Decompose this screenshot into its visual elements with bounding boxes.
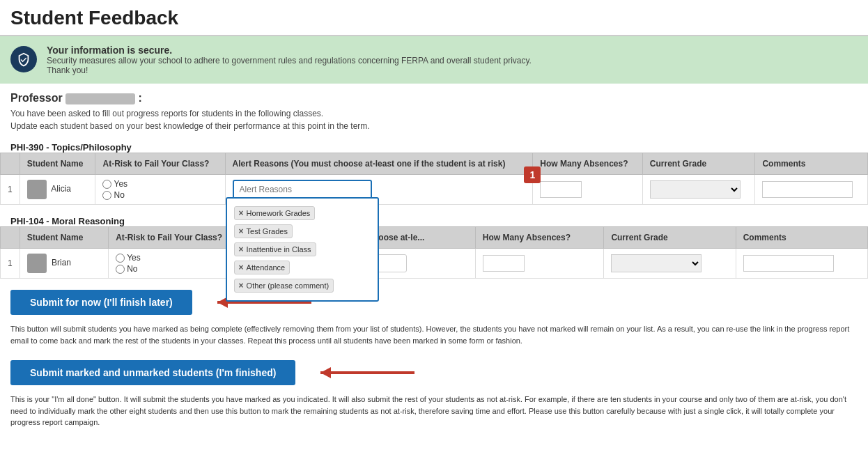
alert-input-1[interactable] [233, 180, 372, 199]
alert-cell-1: 1 × Homework Grades × Test Grades × Inat… [225, 175, 533, 205]
col-comments-1: Comments [755, 153, 868, 175]
student-num-1: 1 [1, 175, 20, 205]
absences-input-2[interactable] [483, 255, 525, 272]
comments-input-1[interactable] [762, 181, 853, 198]
security-text: Your information is secure. Security mea… [47, 45, 532, 75]
col-grade-2: Current Grade [604, 227, 736, 249]
col-atrisk-1: At-Risk to Fail Your Class? [95, 153, 225, 175]
absences-cell-1 [533, 175, 643, 205]
table-header-row-2: Student Name At-Risk to Fail Your Class?… [1, 227, 868, 249]
svg-marker-3 [320, 367, 331, 378]
shield-icon-wrap [10, 46, 37, 72]
dropdown-tag-homework[interactable]: × Homework Grades [234, 206, 316, 220]
instructions: You have been asked to fill out progress… [10, 107, 858, 132]
student-name-1: Alicia [51, 184, 71, 194]
security-line2: Thank you! [47, 65, 532, 75]
absences-cell-2 [475, 249, 604, 279]
col-absences-2: How Many Absences? [475, 227, 604, 249]
class-2-title: PHI-104 - Moral Reasoning [10, 216, 858, 226]
col-comments-2: Comments [736, 227, 867, 249]
grade-select-1[interactable] [650, 180, 741, 199]
grade-select-2[interactable] [611, 254, 702, 272]
professor-section: Professor : You have been asked to fill … [0, 84, 868, 137]
student-name-cell-2: Brian [20, 249, 108, 279]
student-name-2: Brian [52, 258, 71, 267]
class-1-table: Student Name At-Risk to Fail Your Class?… [0, 153, 868, 205]
grade-cell-2 [604, 249, 736, 279]
class-2-table: Student Name At-Risk to Fail Your Class?… [0, 226, 868, 279]
grade-cell-1 [642, 175, 755, 205]
student-name-cell-1: Alicia [20, 175, 95, 205]
table-row: 1 Alicia Yes No 1 × Homework Grades [1, 175, 868, 205]
dropdown-tag-inattentive[interactable]: × Inattentive in Class [234, 242, 316, 256]
partial-desc: This button will submit students you hav… [0, 320, 868, 349]
col-grade-1: Current Grade [642, 153, 755, 175]
student-avatar-1 [27, 180, 47, 199]
arrow-annotation-2 [307, 362, 418, 383]
class-section-1: PHI-390 - Topics/Philosophy [0, 137, 868, 153]
atrisk-cell-1: Yes No [95, 175, 225, 205]
col-absences-1: How Many Absences? [533, 153, 643, 175]
class-section-2: PHI-104 - Moral Reasoning [0, 210, 868, 226]
absences-input-1[interactable] [540, 181, 582, 198]
shield-icon [16, 52, 31, 67]
submit-all-row: Submit marked and unmarked students (I'm… [0, 355, 868, 391]
comments-cell-2 [736, 249, 867, 279]
badge-1: 1 [524, 166, 541, 183]
page-title: Student Feedback [0, 0, 868, 36]
student-avatar-2 [27, 254, 47, 273]
col-num-1 [1, 153, 20, 175]
radio-group-1: Yes No [102, 179, 217, 200]
comments-input-2[interactable] [743, 255, 834, 272]
radio-yes-1[interactable]: Yes [102, 179, 217, 189]
dropdown-tag-other[interactable]: × Other (please comment) [234, 279, 334, 293]
table-header-row-1: Student Name At-Risk to Fail Your Class?… [1, 153, 868, 175]
security-line1: Security measures allow your school to a… [47, 56, 532, 65]
class-1-title: PHI-390 - Topics/Philosophy [10, 142, 858, 153]
alert-dropdown-1: × Homework Grades × Test Grades × Inatte… [226, 197, 379, 302]
submit-partial-button[interactable]: Submit for now (I'll finish later) [10, 290, 192, 315]
col-alert-1: Alert Reasons (You must choose at-least … [225, 153, 533, 175]
professor-name: Professor : [10, 92, 858, 104]
col-student-1: Student Name [20, 153, 95, 175]
col-student-2: Student Name [20, 227, 108, 249]
dropdown-tag-test[interactable]: × Test Grades [234, 224, 293, 238]
professor-name-blurred [65, 93, 135, 104]
col-num-2 [1, 227, 20, 249]
all-desc: This is your "I'm all done" button. It w… [0, 391, 868, 435]
security-title: Your information is secure. [47, 45, 172, 56]
red-arrow-2 [307, 362, 418, 383]
radio-no-1[interactable]: No [102, 190, 217, 200]
submit-all-button[interactable]: Submit marked and unmarked students (I'm… [10, 360, 295, 385]
submit-partial-row: Submit for now (I'll finish later) [0, 284, 868, 320]
comments-cell-1 [755, 175, 868, 205]
dropdown-tag-attendance[interactable]: × Attendance [234, 261, 290, 274]
security-banner: Your information is secure. Security mea… [0, 36, 868, 84]
student-num-2: 1 [1, 249, 20, 279]
table-row: 1 Brian Yes No [1, 249, 868, 279]
